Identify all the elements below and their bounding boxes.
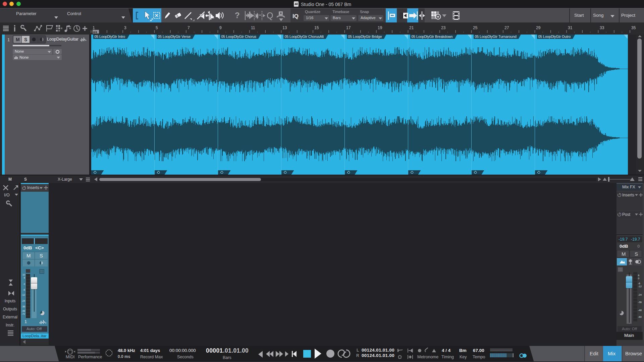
svg-text:25: 25 (473, 25, 478, 30)
svg-text:5: 5 (156, 25, 158, 30)
svg-text:11: 11 (251, 25, 255, 30)
svg-text:?: ? (235, 11, 240, 20)
svg-text:17: 17 (346, 25, 351, 30)
svg-text:33: 33 (600, 25, 604, 30)
svg-text:31: 31 (568, 25, 573, 30)
svg-text:1: 1 (93, 25, 95, 30)
svg-text:Q: Q (267, 11, 273, 20)
svg-text:29: 29 (536, 25, 541, 30)
svg-text:9: 9 (219, 25, 222, 30)
svg-text:27: 27 (504, 25, 509, 30)
svg-text:23: 23 (441, 25, 446, 30)
svg-text:21: 21 (409, 25, 414, 30)
svg-text:13: 13 (282, 25, 287, 30)
svg-text:7: 7 (187, 25, 190, 30)
svg-text:15: 15 (314, 25, 319, 30)
svg-text:IQ: IQ (292, 13, 299, 19)
svg-text:3: 3 (124, 25, 126, 30)
svg-text:35: 35 (631, 25, 636, 30)
svg-text:19: 19 (378, 25, 382, 30)
